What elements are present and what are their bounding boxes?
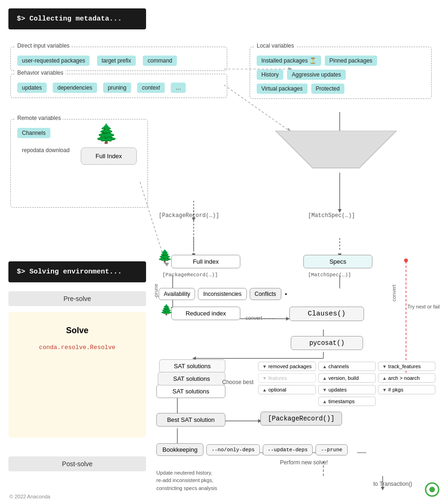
svg-marker-42 — [164, 263, 169, 266]
bookkeeping-box: Bookkeeping — [156, 443, 203, 456]
sort-timestamps[interactable]: ▲ timestamps — [318, 397, 376, 406]
anaconda-logo — [425, 482, 440, 498]
svg-point-45 — [429, 487, 435, 492]
sat-solutions-area: SAT solutions SAT solutions SAT solution… — [156, 359, 225, 398]
terminal-2: $> Solving environment... — [8, 261, 146, 282]
convert-label-right: convert — [391, 285, 397, 301]
chip-context: context — [137, 83, 165, 93]
copyright-text: © 2022 Anaconda — [9, 494, 50, 499]
chip-command: command — [143, 56, 177, 66]
chip-user-packages: user-requested packages — [17, 56, 90, 66]
chip-protected: Protected — [311, 84, 344, 94]
choose-best-label: Choose best — [222, 379, 253, 385]
bookkeeping-row: Bookkeeping --no/only-deps --update-deps… — [156, 443, 348, 456]
sort-optional[interactable]: ▲ optional — [258, 385, 316, 394]
clauses-flow: Clauses() — [289, 307, 364, 321]
sort-removed-packages[interactable]: ▼ removed packages — [258, 362, 316, 371]
sort-chips-grid: ▼ removed packages ▲ channels ▼ track_fe… — [258, 362, 435, 406]
sort-num-pkgs[interactable]: ▼ # pkgs — [378, 385, 435, 394]
availability-box: Availability — [159, 288, 195, 300]
direct-input-label: Direct input variables — [15, 42, 71, 49]
sort-features[interactable]: ▼ features — [258, 373, 316, 383]
filter-row: Availability Inconsistencies Conflicts • — [159, 288, 287, 300]
solve-code: conda.resolve.Resolve — [18, 344, 137, 351]
tree-icon-remote: 🌲 — [95, 124, 118, 143]
sort-arch-noarch[interactable]: ▲ arch > noarch — [378, 373, 435, 383]
full-index-box: Full Index — [81, 147, 137, 165]
try-next-label: Try next or fail — [407, 303, 440, 310]
perform-solve-label: Perform new solve! — [280, 459, 328, 466]
prune-flag-box: --prune — [315, 444, 347, 455]
chip-dependencies: dependencies — [53, 83, 97, 93]
bookkeeping-desc: Update neutered history, re-add inconsis… — [156, 461, 217, 492]
remote-vars-box: Remote variables Channels repodata downl… — [10, 119, 148, 208]
update-deps-box: --update-deps — [263, 444, 313, 455]
sort-track-features[interactable]: ▼ track_features — [378, 362, 435, 371]
no-only-deps-box: --no/only-deps — [206, 444, 259, 455]
prune-label: -prune — [153, 284, 159, 299]
chip-ellipsis: … — [171, 83, 186, 93]
pre-solve-box: Pre-solve — [8, 291, 146, 306]
svg-marker-43 — [275, 131, 397, 168]
solve-box: Solve conda.resolve.Resolve — [8, 312, 146, 438]
chip-pruning: pruning — [103, 83, 131, 93]
direct-input-box: Direct input variables user-requested pa… — [10, 47, 227, 71]
sort-channels[interactable]: ▲ channels — [318, 362, 376, 371]
package-record-2: [PackageRecord(…)] — [162, 272, 218, 278]
remote-vars-label: Remote variables — [15, 115, 63, 121]
svg-marker-40 — [381, 487, 385, 490]
behavior-label: Behavior variables — [15, 70, 65, 76]
chip-aggressive: Aggressive updates — [287, 70, 345, 80]
chip-history: History — [257, 70, 283, 80]
svg-point-30 — [404, 259, 408, 262]
specs-flow: Specs — [303, 255, 372, 268]
chip-pinned: Pinned packages — [325, 56, 377, 66]
convert-label: convert — [245, 315, 275, 321]
post-solve-box: Post-solve — [8, 456, 146, 471]
to-transaction-label: to Transaction() — [373, 481, 412, 487]
conflicts-dot: • — [285, 288, 287, 300]
solve-title: Solve — [18, 326, 137, 336]
sort-version-build[interactable]: ▲ version, build — [318, 373, 376, 383]
package-record-final-box: [PackageRecord()] — [260, 412, 342, 426]
conflicts-box: Conflicts — [250, 288, 281, 300]
match-spec-top: [MatchSpec(…)] — [308, 212, 355, 219]
chip-channels: Channels — [17, 128, 50, 138]
full-index-flow: Full index — [171, 255, 240, 268]
chip-target-prefix: target prefix — [97, 56, 136, 66]
match-spec-2: [MatchSpec(…)] — [308, 272, 351, 278]
inconsistencies-box: Inconsistencies — [198, 288, 246, 300]
funnel — [275, 131, 397, 177]
tree-icon-reduced: 🌲 — [160, 305, 173, 315]
best-sat-box: Best SAT solution — [156, 413, 225, 427]
sort-updates[interactable]: ▼ updates — [318, 385, 376, 394]
pycosat-flow: pycosat() — [291, 336, 363, 350]
local-vars-label: Local variables — [255, 42, 296, 49]
chip-virtual: Virtual packages — [257, 84, 308, 94]
reduced-index-flow: Reduced index — [171, 307, 240, 320]
package-record-top: [PackageRecord(…)] — [159, 212, 219, 219]
local-vars-box: Local variables Installed packages ⏳ Pin… — [250, 47, 432, 99]
chip-installed: Installed packages ⏳ — [257, 56, 321, 66]
tree-icon-solving: 🌲 — [157, 250, 172, 262]
behavior-box: Behavior variables updates dependencies … — [10, 74, 227, 98]
terminal-1: $> Collecting metadata... — [8, 8, 146, 29]
chip-updates: updates — [17, 83, 47, 93]
